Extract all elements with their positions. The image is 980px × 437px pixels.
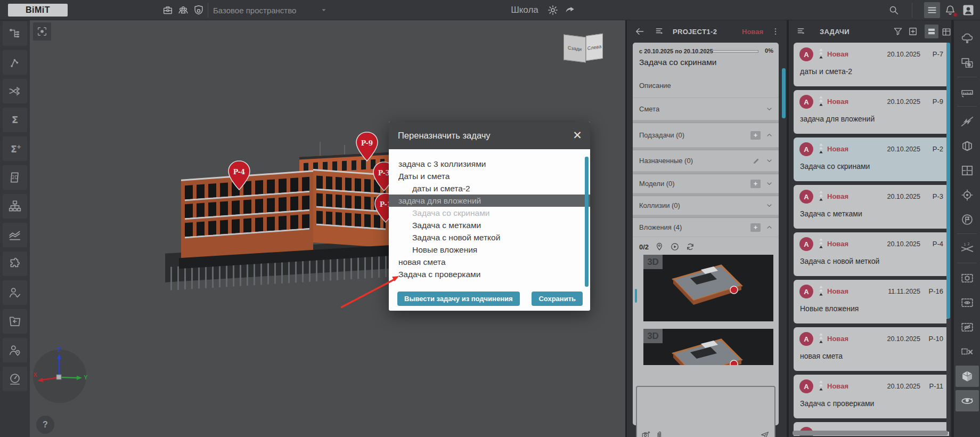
task-card[interactable]: AНовая20.10.2025P-2Задача со скринами — [794, 137, 949, 181]
close-icon[interactable]: ✕ — [571, 129, 584, 142]
list-menu-button[interactable] — [924, 2, 940, 18]
chevron-down-icon[interactable] — [765, 105, 773, 113]
sigma-plus-button[interactable]: Σ+ — [3, 136, 27, 161]
panel-section-row[interactable]: Подзадачи (0)+ — [633, 123, 779, 148]
detail-panel-scrollbar[interactable] — [782, 68, 786, 118]
cube-solid-button[interactable] — [956, 366, 979, 387]
map-marker-P-4[interactable]: P-4 — [227, 160, 251, 191]
modal-task-option[interactable]: Задача со скринами — [389, 207, 590, 219]
back-arrow-icon[interactable] — [634, 26, 645, 37]
add-button[interactable]: + — [750, 180, 761, 188]
panel-section-row[interactable]: Описание — [633, 74, 779, 98]
paperclip-icon[interactable] — [655, 430, 664, 437]
share-icon[interactable] — [564, 4, 576, 16]
send-icon[interactable] — [760, 430, 770, 437]
navcube-back-face[interactable]: Сзади — [564, 34, 586, 62]
add-button[interactable]: + — [750, 131, 761, 140]
chevron-down-icon[interactable] — [765, 201, 773, 209]
modal-task-option[interactable]: задача для вложений — [389, 195, 590, 207]
fork-connections-button[interactable] — [3, 50, 27, 75]
modal-task-option[interactable]: даты и смета-2 — [389, 182, 590, 195]
attachment-thumbnail[interactable]: 3D — [643, 255, 773, 321]
chevron-up-icon[interactable] — [765, 223, 773, 231]
task-card[interactable]: AНовая11.11.2025P-16Новые вложения — [794, 280, 949, 323]
orbit-button[interactable] — [956, 390, 979, 411]
tasks-hscrollbar[interactable] — [793, 431, 948, 435]
flag-button[interactable] — [956, 209, 979, 230]
chart-lines-button[interactable] — [3, 223, 27, 247]
notifications-button[interactable] — [944, 4, 957, 17]
modal-task-option[interactable]: Задача с новой меткой — [389, 231, 590, 244]
task-card[interactable]: AНовая20.10.2025P-7даты и смета-2 — [794, 43, 949, 86]
panel-section-row[interactable]: Коллизии (0) — [633, 196, 779, 215]
modal-scrollbar[interactable] — [585, 157, 589, 287]
folder-share-button[interactable] — [3, 309, 27, 334]
select-shapes-button[interactable] — [956, 52, 979, 74]
person-pin-button[interactable] — [3, 338, 27, 362]
task-card[interactable]: AНовая20.10.2025P-10новая смета — [794, 327, 949, 371]
tree-nature-button[interactable] — [956, 28, 979, 49]
modal-task-option[interactable]: Новые вложения — [389, 244, 590, 256]
section-box-button[interactable] — [956, 135, 979, 157]
view-table-icon[interactable] — [941, 27, 952, 37]
section-plane-button[interactable] — [956, 111, 979, 132]
task-card[interactable]: AНовая20.10.2025P-3Задача с метками — [794, 185, 949, 229]
list-indent-icon[interactable] — [655, 26, 665, 37]
pencil-icon[interactable] — [752, 157, 761, 165]
workspace-selector[interactable]: Базовое пространство — [213, 0, 328, 20]
tasks-scrollbar[interactable] — [946, 43, 950, 319]
map-marker-P-9[interactable]: P-9 — [355, 131, 379, 162]
pin-location-icon[interactable] — [655, 242, 664, 252]
sheet-2d-button[interactable]: 2D — [3, 165, 27, 190]
add-button[interactable]: + — [750, 223, 761, 232]
ruler-button[interactable] — [956, 82, 979, 103]
kebab-menu-icon[interactable] — [771, 27, 780, 36]
app-logo[interactable]: BiMiT — [8, 4, 68, 17]
modal-task-option[interactable]: Даты и смета — [389, 170, 590, 182]
puzzle-button[interactable] — [3, 252, 27, 276]
eye-off-box-button[interactable] — [956, 317, 979, 338]
task-card[interactable]: AНовая20.10.2025P-9задача для вложений — [794, 90, 949, 134]
panel-section-row[interactable]: Смета — [633, 98, 779, 120]
tree-structure-button[interactable] — [3, 21, 27, 46]
briefcase-icon[interactable] — [162, 4, 174, 16]
target-button[interactable] — [956, 184, 979, 206]
panel-section-row[interactable]: Вложения (4)+ — [633, 218, 779, 237]
modal-task-option[interactable]: Задача с метками — [389, 219, 590, 231]
refresh-icon[interactable] — [685, 242, 695, 252]
users-icon[interactable] — [177, 4, 189, 16]
panel-section-row[interactable]: Модели (0)+ — [633, 174, 779, 193]
axis-gizmo[interactable]: Z X Y — [31, 346, 89, 405]
modal-task-option[interactable]: задача с 3 коллизиями — [389, 158, 590, 170]
hierarchy-button[interactable] — [3, 194, 27, 218]
isolate-box-button[interactable] — [956, 268, 979, 289]
shuffle-button[interactable] — [3, 79, 27, 103]
gauge-button[interactable] — [3, 367, 27, 391]
save-button[interactable]: Сохранить — [532, 292, 583, 306]
modal-task-option[interactable]: новая смета — [389, 256, 590, 268]
help-button[interactable]: ? — [36, 416, 54, 434]
clear-box-button[interactable] — [956, 341, 979, 362]
focus-tool-button[interactable] — [33, 22, 51, 41]
floorplan-button[interactable] — [956, 160, 979, 181]
unassign-button[interactable]: Вывести задачу из подчинения — [397, 292, 520, 306]
shield-user-icon[interactable] — [193, 4, 205, 16]
thumbnail-scrollbar[interactable] — [635, 289, 637, 303]
search-icon[interactable] — [888, 4, 900, 16]
navigation-cube[interactable]: Сзади Слева — [564, 34, 604, 66]
view-list-button[interactable] — [925, 25, 938, 38]
axes-lines-button[interactable]: 12 — [956, 238, 979, 260]
task-card[interactable]: AНовая20.10.2025P-4Задача с новой меткой — [794, 232, 949, 276]
list-indent-icon[interactable] — [796, 26, 807, 37]
comment-input[interactable] — [636, 386, 775, 437]
chevron-down-icon[interactable] — [765, 157, 773, 165]
add-task-icon[interactable] — [908, 26, 918, 37]
filter-icon[interactable] — [893, 26, 903, 37]
gear-icon[interactable] — [547, 4, 559, 16]
task-card[interactable]: AНовая20.10.2025P-11Задача с проверками — [794, 375, 949, 418]
attachment-thumbnail[interactable]: 3D — [643, 329, 773, 365]
person-check-button[interactable] — [3, 280, 27, 305]
modal-task-option[interactable]: Задача с проверками — [389, 268, 590, 280]
panel-section-row[interactable]: Назначенные (0) — [633, 150, 779, 172]
navcube-left-face[interactable]: Слева — [586, 34, 603, 61]
